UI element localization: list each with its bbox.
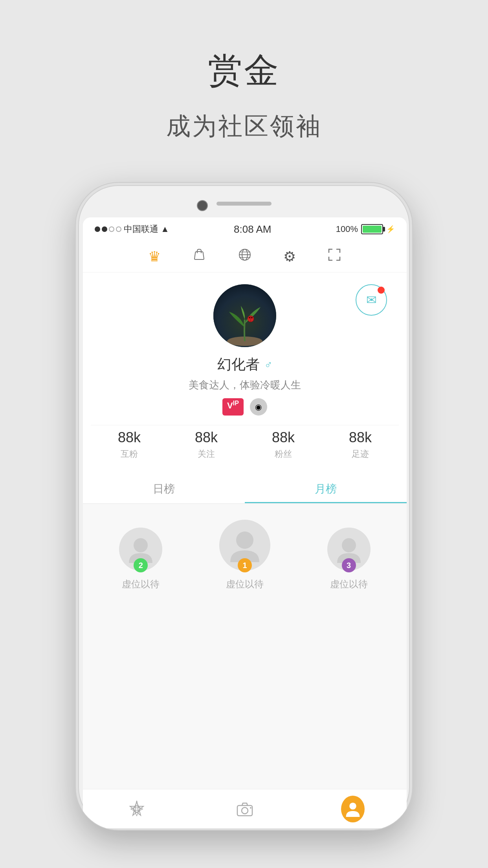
stat-following-label: 关注 (198, 448, 215, 460)
phone-speaker (216, 202, 272, 206)
person-nav-icon (341, 797, 365, 821)
svg-point-19 (250, 807, 251, 809)
rank-badge-1: 1 (238, 558, 252, 572)
stat-fans[interactable]: 88k 粉丝 (272, 429, 295, 460)
stat-fans-label: 粉丝 (275, 448, 292, 460)
podium-row: 2 虚位以待 1 虚位以待 (91, 520, 399, 598)
extra-badge: ◉ (250, 398, 267, 416)
gear-nav-icon[interactable]: ⚙ (283, 248, 296, 265)
podium-avatar-3: 3 (327, 528, 371, 571)
stat-footprints[interactable]: 88k 足迹 (349, 429, 372, 460)
podium-name-2: 虚位以待 (122, 578, 160, 590)
stat-footprints-label: 足迹 (352, 448, 369, 460)
globe-nav-icon[interactable] (238, 248, 252, 265)
svg-point-12 (134, 538, 148, 552)
podium-item-2: 2 虚位以待 (119, 528, 162, 590)
status-bar: 中国联通 ▲ 8:08 AM 100% ⚡ (83, 217, 407, 241)
stat-mutual-label: 互粉 (121, 448, 138, 460)
avatar (213, 284, 276, 347)
tab-monthly[interactable]: 月榜 (245, 476, 407, 503)
podium-name-3: 虚位以待 (330, 578, 368, 590)
svg-point-20 (349, 802, 356, 809)
leaderboard-section: 2 虚位以待 1 虚位以待 (83, 504, 407, 789)
stat-footprints-num: 88k (349, 429, 372, 446)
wifi-icon: ▲ (161, 224, 169, 234)
stat-mutual[interactable]: 88k 互粉 (118, 429, 141, 460)
page-subtitle: 成为社区领袖 (166, 110, 322, 143)
phone-camera (197, 200, 208, 211)
badge-row: VIP ◉ (222, 398, 267, 416)
scan-nav-icon[interactable] (327, 248, 341, 265)
tab-daily[interactable]: 日榜 (83, 476, 245, 503)
stats-row: 88k 互粉 88k 关注 88k 粉丝 88k 足迹 (91, 425, 399, 464)
stat-fans-num: 88k (272, 429, 295, 446)
top-nav: ♛ ⚙ (83, 241, 407, 272)
svg-point-18 (242, 807, 248, 814)
crown-nav-icon[interactable]: ♛ (148, 248, 161, 265)
username-text: 幻化者 (217, 355, 260, 374)
home-nav-item[interactable] (83, 797, 190, 821)
svg-point-10 (249, 317, 250, 318)
camera-nav-item[interactable] (191, 797, 298, 821)
profile-section: ✉ 幻化者 ♂ 美食达人，体验冷暖人生 VIP ◉ (83, 272, 407, 476)
stat-following-num: 88k (195, 429, 218, 446)
phone-mockup: 中国联通 ▲ 8:08 AM 100% ⚡ ♛ (75, 182, 413, 831)
podium-avatar-1: 1 (219, 520, 270, 571)
tab-bar: 日榜 月榜 (83, 476, 407, 504)
stat-following[interactable]: 88k 关注 (195, 429, 218, 460)
svg-point-14 (342, 538, 356, 552)
podium-item-3: 3 虚位以待 (327, 528, 371, 590)
rank-badge-2: 2 (134, 558, 148, 572)
bio-text: 美食达人，体验冷暖人生 (189, 378, 301, 392)
battery-icon (361, 224, 383, 234)
svg-point-13 (236, 531, 253, 549)
camera-nav-icon (233, 797, 257, 821)
bottom-nav (83, 789, 407, 828)
notification-dot (378, 287, 385, 294)
star-nav-icon (125, 797, 149, 821)
phone-screen: 中国联通 ▲ 8:08 AM 100% ⚡ ♛ (83, 217, 407, 828)
podium-item-1: 1 虚位以待 (219, 520, 270, 590)
stat-mutual-num: 88k (118, 429, 141, 446)
battery-percent: 100% (336, 224, 358, 234)
svg-point-11 (251, 317, 253, 318)
vip-badge: VIP (222, 398, 244, 416)
bolt-icon: ⚡ (386, 225, 395, 234)
podium-name-1: 虚位以待 (226, 578, 264, 590)
rank-badge-3: 3 (342, 558, 356, 572)
page-title: 赏金 (208, 47, 280, 94)
carrier-text: 中国联通 (124, 223, 158, 235)
time-display: 8:08 AM (234, 223, 271, 235)
bag-nav-icon[interactable] (192, 248, 206, 265)
podium-avatar-2: 2 (119, 528, 162, 571)
gender-icon: ♂ (264, 359, 273, 371)
profile-nav-item[interactable] (299, 797, 406, 821)
envelope-icon: ✉ (366, 292, 377, 307)
message-button[interactable]: ✉ (356, 284, 387, 316)
